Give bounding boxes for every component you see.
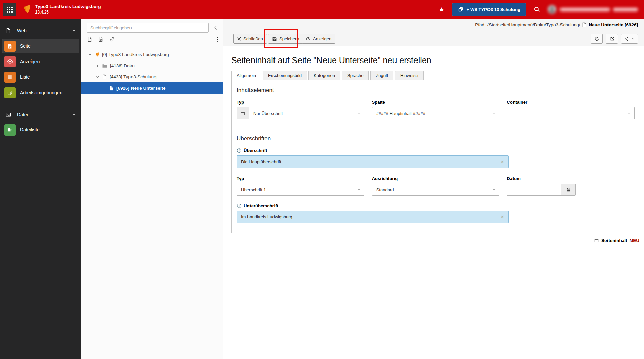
toolbar-search-button[interactable]: [534, 6, 540, 13]
field-label-ueberschrift: Überschrift: [237, 148, 635, 153]
clear-field-icon[interactable]: ✕: [496, 214, 508, 220]
content-element-icon: [594, 238, 599, 243]
chevron-down-icon: [357, 112, 364, 115]
new-badge: NEU: [629, 238, 639, 243]
breadcrumb: Pfad: /Startseite/Hauptmenü/Doku/Typo3-S…: [475, 22, 638, 27]
page-icon: [102, 74, 107, 79]
field-label-container: Container: [507, 100, 635, 105]
chevron-down-icon: [631, 37, 635, 41]
workspaces-module-icon: [4, 87, 16, 98]
tab-allgemein[interactable]: Allgemein: [231, 71, 261, 80]
sidebar-item-liste[interactable]: Liste: [2, 70, 79, 85]
open-in-new-window-button[interactable]: [606, 34, 618, 44]
spalte-select[interactable]: ##### Hauptinhalt #####: [372, 107, 500, 119]
fieldset-ueberschriften: Überschriften Überschrift Die Hauptübers…: [232, 128, 640, 233]
unterueberschrift-input[interactable]: Im Landkreis Ludwigsburg ✕: [237, 211, 509, 223]
sidebar-item-anzeigen[interactable]: Anzeigen: [2, 54, 79, 69]
tree-more-menu[interactable]: [217, 37, 218, 42]
fieldset-inhaltselement: Inhaltselement Typ Nur Überschrift Spalt…: [232, 80, 640, 128]
web-section-icon: [6, 28, 11, 33]
container-select[interactable]: -: [507, 107, 635, 119]
page-module-icon: [4, 41, 16, 52]
chevron-up-icon: [72, 113, 76, 117]
file-section-icon: [6, 112, 11, 117]
field-label-typ: Typ: [237, 100, 364, 105]
field-label-datum: Datum: [507, 176, 635, 181]
tab-hinweise[interactable]: Hinweise: [395, 71, 424, 80]
filelist-module-icon: [4, 124, 16, 136]
record-type-label: Seiteninhalt: [601, 238, 627, 243]
sidebar-item-arbeitsumgebungen[interactable]: Arbeitsumgebungen: [2, 85, 79, 100]
tab-sprache[interactable]: Sprache: [342, 71, 369, 80]
tab-zugriff[interactable]: Zugriff: [370, 71, 393, 80]
page-icon: [582, 22, 587, 27]
datum-input[interactable]: [507, 184, 561, 196]
chevron-down-icon[interactable]: [88, 53, 92, 57]
sidebar-item-seite[interactable]: Seite: [2, 39, 79, 53]
chevron-up-icon: [72, 29, 76, 33]
tab-erscheinungsbild[interactable]: Erscheinungsbild: [263, 71, 307, 80]
history-button[interactable]: [591, 34, 603, 44]
module-section-datei[interactable]: Datei: [0, 107, 81, 122]
page-icon: [109, 86, 114, 91]
list-module-icon: [4, 72, 16, 83]
doc-header: Pfad: /Startseite/Hauptmenü/Doku/Typo3-S…: [223, 19, 644, 46]
info-icon: [237, 203, 242, 208]
typ-select[interactable]: Nur Überschrift: [237, 107, 364, 119]
sidebar-item-dateiliste[interactable]: Dateiliste: [2, 122, 79, 137]
page-tree-panel: [0] Typo3 Landkreis Ludwigsburg [4136] D…: [81, 19, 223, 359]
brand: Typo3 Landkreis Ludwigsburg 13.4.25: [21, 4, 101, 15]
workspace-button[interactable]: + WS TYPO3 13 Schulung: [452, 3, 526, 16]
breadcrumb-path: /Startseite/Hauptmenü/Doku/Typo3-Schulun…: [487, 22, 580, 27]
info-icon: [237, 148, 242, 153]
new-page-drag-button[interactable]: [98, 37, 103, 42]
chevron-down-icon: [492, 112, 499, 115]
breadcrumb-record: Neue Unterseite [6926]: [589, 22, 638, 27]
share-button[interactable]: [621, 34, 638, 44]
datepicker-button[interactable]: [561, 184, 576, 196]
module-section-web[interactable]: Web: [0, 24, 81, 38]
close-button[interactable]: Schließen: [233, 34, 267, 44]
external-link-icon: [610, 36, 615, 41]
module-grid-button[interactable]: [3, 3, 16, 16]
clear-field-icon[interactable]: ✕: [496, 159, 508, 165]
ueberschrift-typ-select[interactable]: Überschrift 1: [237, 184, 364, 196]
section-label: Überschriften: [237, 135, 635, 142]
calendar-icon: [566, 187, 571, 192]
module-menu: Web Seite Anzeigen Liste: [0, 19, 81, 359]
topbar: Typo3 Landkreis Ludwigsburg 13.4.25 ★ + …: [0, 0, 644, 19]
close-icon: [237, 37, 241, 41]
ausrichtung-select[interactable]: Standard: [372, 184, 500, 196]
chevron-down-icon: [357, 188, 364, 191]
tree-search-input[interactable]: [87, 23, 209, 33]
ueberschrift-input[interactable]: Die Hauptüberschrift ✕: [237, 155, 509, 168]
tree-toolbar: [81, 34, 223, 45]
folder-icon: [102, 63, 108, 69]
collapse-tree-button[interactable]: [211, 23, 219, 32]
tree-node-root[interactable]: [0] Typo3 Landkreis Ludwigsburg: [81, 49, 223, 60]
save-button[interactable]: Speichern: [268, 34, 303, 44]
grid-icon: [7, 7, 13, 13]
link-icon[interactable]: [109, 37, 115, 42]
view-module-icon: [4, 56, 16, 67]
chevron-down-icon: [492, 188, 499, 191]
kebab-icon: [217, 37, 218, 42]
view-button[interactable]: Anzeigen: [302, 34, 335, 44]
record-footer-note: Seiteninhalt NEU: [223, 238, 639, 243]
chevron-down-icon[interactable]: [96, 75, 100, 79]
chevron-down-icon: [627, 112, 634, 115]
user-menu[interactable]: [547, 5, 638, 14]
new-page-button[interactable]: [87, 37, 92, 42]
content-area: Pfad: /Startseite/Hauptmenü/Doku/Typo3-S…: [223, 19, 644, 359]
bookmark-star-icon[interactable]: ★: [439, 6, 445, 14]
workspace-icon: [458, 7, 463, 12]
tab-panel-allgemein: Inhaltselement Typ Nur Überschrift Spalt…: [231, 80, 640, 233]
username-redacted: [613, 8, 638, 11]
tab-kategorien[interactable]: Kategorien: [308, 71, 340, 80]
tree-node-typo3-schulung[interactable]: [4433] Typo3-Schulung: [81, 71, 223, 82]
field-label-unterueberschrift: Unterüberschrift: [237, 203, 635, 208]
typo3-version: 13.4.25: [35, 10, 101, 15]
chevron-right-icon[interactable]: [96, 64, 100, 68]
tree-node-doku[interactable]: [4136] Doku: [81, 60, 223, 71]
tree-node-neue-unterseite[interactable]: [6926] Neue Unterseite: [81, 82, 223, 94]
